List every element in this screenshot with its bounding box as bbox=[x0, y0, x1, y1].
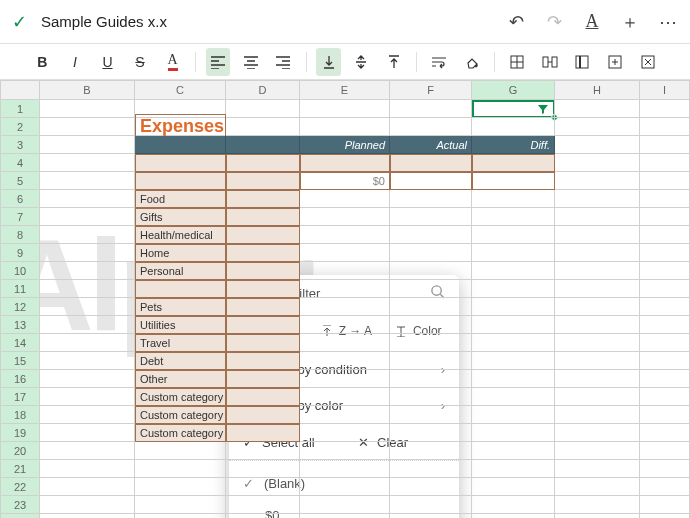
row-header[interactable]: 19 bbox=[0, 424, 40, 442]
column-header[interactable]: I bbox=[640, 80, 690, 100]
cell[interactable] bbox=[226, 262, 300, 280]
cell[interactable]: Actual bbox=[390, 136, 472, 154]
cell[interactable] bbox=[40, 244, 135, 262]
row-header[interactable]: 9 bbox=[0, 244, 40, 262]
redo-icon[interactable]: ↷ bbox=[544, 12, 564, 32]
row-header[interactable]: 17 bbox=[0, 388, 40, 406]
cell[interactable] bbox=[300, 226, 390, 244]
insert-button[interactable] bbox=[603, 48, 628, 76]
cell[interactable] bbox=[555, 226, 640, 244]
cell[interactable] bbox=[226, 424, 300, 442]
cell[interactable] bbox=[300, 334, 390, 352]
cell[interactable] bbox=[40, 100, 135, 118]
cell[interactable] bbox=[640, 298, 690, 316]
cell[interactable] bbox=[640, 136, 690, 154]
cell[interactable] bbox=[472, 154, 555, 172]
cell[interactable] bbox=[472, 244, 555, 262]
cell[interactable] bbox=[300, 244, 390, 262]
cell[interactable] bbox=[390, 118, 472, 136]
cell[interactable] bbox=[226, 100, 300, 118]
cell[interactable] bbox=[300, 118, 390, 136]
cell[interactable] bbox=[390, 190, 472, 208]
merge-button[interactable] bbox=[538, 48, 563, 76]
cell[interactable] bbox=[135, 136, 226, 154]
text-format-icon[interactable]: A bbox=[582, 12, 602, 32]
cell[interactable] bbox=[226, 280, 300, 298]
cell[interactable] bbox=[40, 118, 135, 136]
cell[interactable] bbox=[300, 208, 390, 226]
cell[interactable] bbox=[640, 334, 690, 352]
freeze-button[interactable] bbox=[570, 48, 595, 76]
cell[interactable]: Diff. bbox=[472, 136, 555, 154]
cell[interactable] bbox=[555, 244, 640, 262]
cell[interactable] bbox=[640, 424, 690, 442]
cell[interactable] bbox=[640, 190, 690, 208]
cell[interactable] bbox=[472, 298, 555, 316]
cell[interactable] bbox=[40, 478, 135, 496]
cell[interactable] bbox=[472, 514, 555, 518]
cell[interactable] bbox=[555, 496, 640, 514]
cell[interactable]: Home bbox=[135, 244, 226, 262]
row-header[interactable]: 15 bbox=[0, 352, 40, 370]
align-left-button[interactable] bbox=[206, 48, 231, 76]
cell[interactable] bbox=[300, 154, 390, 172]
cell[interactable] bbox=[555, 424, 640, 442]
row-header[interactable]: 3 bbox=[0, 136, 40, 154]
column-header[interactable]: E bbox=[300, 80, 390, 100]
cell[interactable]: Custom category 2 bbox=[135, 406, 226, 424]
cell[interactable] bbox=[390, 514, 472, 518]
cell[interactable] bbox=[390, 226, 472, 244]
cell[interactable] bbox=[390, 406, 472, 424]
cell[interactable] bbox=[300, 298, 390, 316]
cell[interactable] bbox=[390, 208, 472, 226]
wrap-button[interactable] bbox=[427, 48, 452, 76]
column-header[interactable]: F bbox=[390, 80, 472, 100]
cell[interactable] bbox=[300, 460, 390, 478]
cell[interactable] bbox=[135, 154, 226, 172]
underline-button[interactable]: U bbox=[95, 48, 120, 76]
cell[interactable] bbox=[135, 442, 226, 460]
cell[interactable] bbox=[555, 298, 640, 316]
cell[interactable] bbox=[135, 478, 226, 496]
cell[interactable]: Health/medical bbox=[135, 226, 226, 244]
cell[interactable] bbox=[640, 370, 690, 388]
cell[interactable] bbox=[40, 442, 135, 460]
cell[interactable] bbox=[472, 118, 555, 136]
cell[interactable] bbox=[40, 406, 135, 424]
cell[interactable] bbox=[390, 280, 472, 298]
cell[interactable] bbox=[555, 352, 640, 370]
cell[interactable] bbox=[640, 244, 690, 262]
cell[interactable] bbox=[555, 280, 640, 298]
cell[interactable] bbox=[640, 172, 690, 190]
cell[interactable] bbox=[555, 442, 640, 460]
cell[interactable] bbox=[555, 514, 640, 518]
cell[interactable] bbox=[40, 208, 135, 226]
cell[interactable] bbox=[555, 190, 640, 208]
cell[interactable] bbox=[390, 478, 472, 496]
cell[interactable] bbox=[472, 316, 555, 334]
cell[interactable] bbox=[640, 514, 690, 518]
cell[interactable] bbox=[555, 370, 640, 388]
cell[interactable] bbox=[472, 334, 555, 352]
cell[interactable] bbox=[472, 442, 555, 460]
cell[interactable] bbox=[640, 226, 690, 244]
cell[interactable] bbox=[40, 172, 135, 190]
bold-button[interactable]: B bbox=[30, 48, 55, 76]
cell[interactable] bbox=[472, 190, 555, 208]
cell[interactable] bbox=[640, 442, 690, 460]
cell[interactable] bbox=[300, 316, 390, 334]
cell[interactable] bbox=[390, 172, 472, 190]
cell[interactable] bbox=[390, 334, 472, 352]
align-right-button[interactable] bbox=[271, 48, 296, 76]
cell[interactable] bbox=[472, 370, 555, 388]
cell[interactable] bbox=[390, 352, 472, 370]
cell[interactable] bbox=[472, 280, 555, 298]
cell[interactable] bbox=[40, 514, 135, 518]
cell[interactable] bbox=[135, 460, 226, 478]
cell[interactable] bbox=[640, 100, 690, 118]
cell[interactable] bbox=[555, 100, 640, 118]
cell[interactable] bbox=[555, 406, 640, 424]
cell[interactable] bbox=[472, 478, 555, 496]
cell[interactable] bbox=[226, 406, 300, 424]
cell[interactable] bbox=[390, 100, 472, 118]
